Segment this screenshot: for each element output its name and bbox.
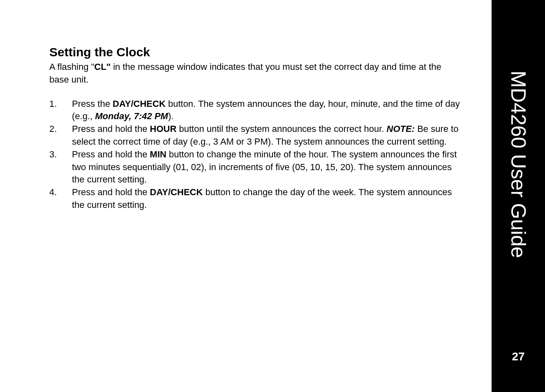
list-item: 4.Press and hold the DAY/CHECK button to… (49, 186, 463, 212)
text-run: ). (168, 111, 173, 121)
list-content: Press the DAY/CHECK button. The system a… (72, 98, 463, 123)
sidebar-title-wrap: MD4260 User Guide (492, 0, 545, 329)
numbered-list: 1.Press the DAY/CHECK button. The system… (49, 98, 463, 212)
list-item: 3.Press and hold the MIN button to chang… (49, 148, 463, 186)
text-run: Press and hold the (72, 187, 150, 197)
sidebar-title: MD4260 User Guide (506, 71, 530, 258)
text-run: HOUR (150, 124, 177, 134)
text-run: button until the system announces the co… (176, 124, 386, 134)
section-heading: Setting the Clock (49, 45, 463, 59)
text-run: MIN (150, 149, 166, 159)
list-number: 3. (49, 148, 72, 186)
list-number: 1. (49, 98, 72, 123)
intro-paragraph: A flashing "CL" in the message window in… (49, 61, 463, 86)
list-item: 1.Press the DAY/CHECK button. The system… (49, 98, 463, 123)
page-container: Setting the Clock A flashing "CL" in the… (0, 0, 545, 392)
list-content: Press and hold the MIN button to change … (72, 148, 463, 186)
page-number: 27 (512, 350, 524, 363)
list-content: Press and hold the DAY/CHECK button to c… (72, 186, 463, 212)
list-number: 2. (49, 123, 72, 148)
text-run: DAY/CHECK (113, 99, 166, 109)
list-item: 2.Press and hold the HOUR button until t… (49, 123, 463, 148)
list-content: Press and hold the HOUR button until the… (72, 123, 463, 148)
text-run: DAY/CHECK (150, 187, 203, 197)
intro-code: CL" (94, 62, 111, 72)
text-run: Press the (72, 99, 113, 109)
list-number: 4. (49, 186, 72, 212)
intro-prefix: A flashing " (49, 62, 94, 72)
sidebar: MD4260 User Guide 27 (492, 0, 545, 392)
text-run: Press and hold the (72, 149, 150, 159)
text-run: Press and hold the (72, 124, 150, 134)
text-run: Monday, 7:42 PM (95, 111, 168, 121)
content-area: Setting the Clock A flashing "CL" in the… (0, 0, 492, 392)
text-run: NOTE: (387, 124, 415, 134)
